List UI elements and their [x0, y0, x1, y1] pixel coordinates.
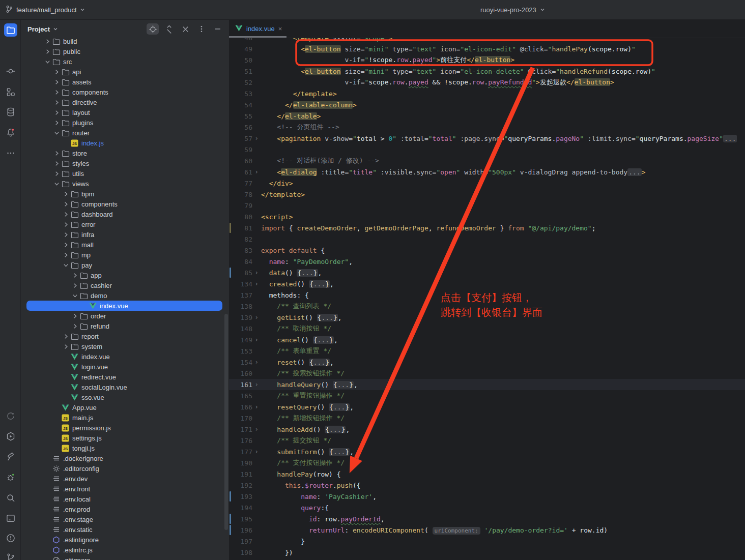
tree-item-tongji.js[interactable]: JStongji.js [21, 443, 229, 453]
tree-item-.eslintrc.js[interactable]: .eslintrc.js [21, 545, 229, 555]
tree-item-cashier[interactable]: cashier [21, 280, 229, 290]
locate-file-button[interactable] [147, 23, 159, 35]
tree-item-infra[interactable]: infra [21, 229, 229, 240]
folded-code-chip[interactable]: {...} [313, 336, 334, 344]
tree-item-socialLogin.vue[interactable]: socialLogin.vue [21, 382, 229, 392]
folded-code-chip[interactable]: {...} [333, 381, 354, 389]
tree-item-utils[interactable]: utils [21, 168, 229, 179]
terminal-icon[interactable] [4, 512, 17, 525]
folded-code-chip[interactable]: {...} [329, 448, 350, 456]
options-menu-button[interactable] [195, 23, 208, 35]
fold-arrow-icon[interactable]: › [252, 359, 261, 366]
tree-item-order[interactable]: order [21, 311, 229, 321]
tree-item-app[interactable]: app [21, 270, 229, 280]
project-panel-title[interactable]: Project [27, 25, 58, 33]
folded-code-chip[interactable]: {...} [297, 269, 318, 277]
tree-item-permission.js[interactable]: JSpermission.js [21, 423, 229, 433]
version-control-icon[interactable] [4, 551, 17, 560]
tree-item-bpm[interactable]: bpm [21, 189, 229, 199]
tree-item-.env.local[interactable]: .env.local [21, 494, 229, 504]
fold-arrow-icon[interactable]: › [252, 336, 261, 343]
tree-item-store[interactable]: store [21, 148, 229, 158]
problems-icon[interactable] [4, 532, 17, 545]
fold-arrow-icon[interactable]: › [252, 314, 261, 321]
project-selector[interactable]: ruoyi-vue-pro-2023 [480, 0, 545, 19]
tree-item-.env.prod[interactable]: .env.prod [21, 504, 229, 514]
tree-item-App.vue[interactable]: App.vue [21, 402, 229, 412]
tree-item-refund[interactable]: refund [21, 321, 229, 331]
chevron-right-icon[interactable] [52, 68, 61, 75]
tree-item-plugins[interactable]: plugins [21, 117, 229, 128]
chevron-down-icon[interactable] [52, 180, 61, 187]
chevron-right-icon[interactable] [62, 200, 70, 208]
tree-item-mall[interactable]: mall [21, 240, 229, 250]
tree-item-layout[interactable]: layout [21, 107, 229, 117]
expand-all-button[interactable] [163, 23, 175, 35]
tree-item-mp[interactable]: mp [21, 250, 229, 260]
notifications-icon[interactable] [4, 126, 17, 139]
tree-item-src[interactable]: src [21, 56, 229, 67]
chevron-right-icon[interactable] [52, 119, 61, 126]
chevron-right-icon[interactable] [43, 38, 52, 45]
chevron-right-icon[interactable] [52, 99, 61, 106]
fold-arrow-icon[interactable]: › [252, 269, 261, 276]
chevron-right-icon[interactable] [62, 343, 70, 350]
tree-item-views[interactable]: views [21, 179, 229, 189]
fold-arrow-icon[interactable]: › [252, 135, 261, 142]
fold-arrow-icon[interactable]: › [252, 168, 261, 175]
chevron-right-icon[interactable] [62, 333, 70, 340]
chevron-right-icon[interactable] [52, 160, 61, 167]
folded-code-chip[interactable]: {...} [329, 403, 350, 411]
chevron-right-icon[interactable] [71, 272, 79, 279]
folded-code-chip[interactable]: {...} [325, 426, 346, 433]
chevron-right-icon[interactable] [52, 78, 61, 85]
folded-code-chip[interactable]: ... [723, 135, 737, 142]
tree-item-.env.stage[interactable]: .env.stage [21, 514, 229, 524]
gradle-icon[interactable] [4, 409, 17, 423]
chevron-right-icon[interactable] [52, 89, 61, 96]
tab-index-vue[interactable]: index.vue × [229, 20, 288, 38]
chevron-right-icon[interactable] [52, 150, 61, 157]
tree-item-router[interactable]: router [21, 128, 229, 138]
tree-item-system[interactable]: system [21, 341, 229, 351]
tree-item-directive[interactable]: directive [21, 97, 229, 107]
fold-arrow-icon[interactable]: › [252, 381, 261, 388]
tree-item-.eslintignore[interactable]: .eslintignore [21, 535, 229, 545]
chevron-right-icon[interactable] [62, 211, 70, 218]
fold-arrow-icon[interactable]: › [252, 403, 261, 410]
structure-icon[interactable] [4, 85, 17, 99]
collapse-all-button[interactable] [179, 23, 191, 35]
tree-item-demo[interactable]: demo [21, 290, 229, 301]
close-tab-icon[interactable]: × [278, 25, 282, 32]
tree-item-dashboard[interactable]: dashboard [21, 209, 229, 219]
chevron-right-icon[interactable] [71, 282, 79, 289]
tree-item-public[interactable]: public [21, 46, 229, 56]
chevron-right-icon[interactable] [71, 322, 79, 330]
tree-item-.editorconfig[interactable]: .editorconfig [21, 463, 229, 474]
tree-item-index.vue[interactable]: index.vue [21, 351, 229, 362]
tree-item-.dockerignore[interactable]: .dockerignore [21, 453, 229, 463]
tree-item-api[interactable]: api [21, 67, 229, 77]
project-folder-icon[interactable] [4, 23, 17, 37]
search-icon[interactable] [4, 491, 17, 505]
tree-item-settings.js[interactable]: JSsettings.js [21, 433, 229, 443]
tree-item-assets[interactable]: assets [21, 77, 229, 87]
folded-code-chip[interactable]: {...} [309, 359, 330, 366]
chevron-down-icon[interactable] [43, 58, 52, 65]
chevron-right-icon[interactable] [52, 170, 61, 177]
chevron-down-icon[interactable] [71, 292, 79, 299]
services-icon[interactable] [4, 430, 17, 443]
tree-item-.gitignore[interactable]: .gitignore [21, 555, 229, 560]
tree-item-components[interactable]: components [21, 87, 229, 97]
tree-item-login.vue[interactable]: login.vue [21, 362, 229, 372]
tree-item-sso.vue[interactable]: sso.vue [21, 392, 229, 402]
chevron-down-icon[interactable] [52, 129, 61, 136]
tree-item-components[interactable]: components [21, 199, 229, 209]
tree-item-.env.dev[interactable]: .env.dev [21, 474, 229, 484]
chevron-right-icon[interactable] [62, 251, 70, 258]
hide-panel-button[interactable] [212, 23, 224, 35]
folded-code-chip[interactable]: {...} [317, 314, 338, 321]
chevron-right-icon[interactable] [62, 241, 70, 248]
tree-item-.env.front[interactable]: .env.front [21, 484, 229, 494]
tree-item-pay[interactable]: pay [21, 260, 229, 270]
